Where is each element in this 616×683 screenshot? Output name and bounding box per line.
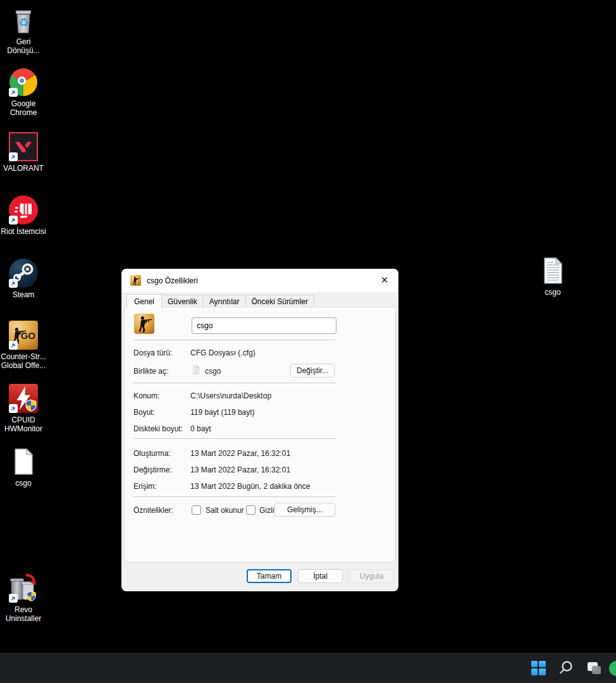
icon-label: csgo <box>0 479 47 488</box>
desktop-icon-csgo-file[interactable]: csgo <box>0 446 47 488</box>
taskbar <box>0 653 616 683</box>
app-icon-partial[interactable] <box>609 661 616 676</box>
properties-dialog: csgo Özellikleri ✕ Genel Güvenlik Ayrınt… <box>121 269 398 591</box>
dialog-button-row: Tamam İptal Uygula <box>121 562 398 591</box>
task-view-icon <box>586 660 602 676</box>
icon-label: VALORANT <box>0 164 47 173</box>
separator <box>133 383 336 383</box>
created-label: Oluşturma: <box>133 449 171 458</box>
shortcut-arrow-icon <box>9 594 18 603</box>
tab-genel[interactable]: Genel <box>126 294 162 309</box>
created-value: 13 Mart 2022 Pazar, 16:32:01 <box>190 449 290 458</box>
separator <box>133 496 336 497</box>
shortcut-arrow-icon <box>9 88 18 97</box>
shortcut-arrow-icon <box>9 279 18 288</box>
document-icon <box>538 255 568 286</box>
advanced-button[interactable]: Gelişmiş... <box>274 503 335 517</box>
separator <box>133 438 336 439</box>
file-type-value: CFG Dosyası (.cfg) <box>190 348 256 357</box>
search-icon <box>558 660 574 676</box>
general-tab-page: Dosya türü: CFG Dosyası (.cfg) Birlikte … <box>124 307 396 562</box>
readonly-checkbox[interactable] <box>192 505 201 515</box>
desktop-icon-revo-uninstaller[interactable]: Revo Uninstaller <box>0 573 47 623</box>
open-with-label: Birlikte aç: <box>133 367 168 376</box>
desktop-icon-google-chrome[interactable]: Google Chrome <box>0 67 47 117</box>
windows-start-icon <box>531 661 546 675</box>
desktop-icon-riot-client[interactable]: Riot İstemcisi <box>0 195 47 236</box>
open-with-value: csgo <box>205 367 221 376</box>
size-on-disk-value: 0 bayt <box>190 424 211 433</box>
icon-label: CPUID HWMonitor <box>0 415 47 433</box>
desktop-icon-recycle-bin[interactable]: ♻ Geri Dönüşü... <box>0 5 47 55</box>
shortcut-arrow-icon <box>9 152 18 161</box>
desktop: { "desktop": { "icons": [ { "id": "recyc… <box>0 0 616 683</box>
cancel-button[interactable]: İptal <box>298 569 343 583</box>
dialog-title: csgo Özellikleri <box>147 276 198 285</box>
readonly-checkbox-label[interactable]: Salt okunur <box>206 506 244 515</box>
document-icon-small <box>191 365 201 375</box>
size-on-disk-label: Diskteki boyut: <box>133 424 183 433</box>
icon-label: Counter-Str... Global Offe... <box>0 352 47 370</box>
accessed-label: Erişim: <box>133 482 157 491</box>
file-type-label: Dosya türü: <box>133 348 172 357</box>
location-value: C:\Users\nurda\Desktop <box>190 391 271 400</box>
change-button[interactable]: Değiştir... <box>290 364 335 378</box>
icon-label: Google Chrome <box>0 99 47 117</box>
uac-shield-icon <box>26 591 37 601</box>
filename-input[interactable] <box>192 317 336 334</box>
modified-label: Değiştirme: <box>133 465 172 474</box>
start-button[interactable] <box>529 658 548 677</box>
separator <box>133 340 336 340</box>
dialog-titlebar[interactable]: csgo Özellikleri ✕ <box>121 269 398 292</box>
shortcut-arrow-icon <box>9 341 18 350</box>
ok-button[interactable]: Tamam <box>247 569 292 583</box>
icon-label: Revo Uninstaller <box>0 605 47 623</box>
accessed-value: 13 Mart 2022 Bugün, 2 dakika önce <box>190 482 310 491</box>
close-icon[interactable]: ✕ <box>376 273 393 288</box>
svg-text:♻: ♻ <box>18 16 28 29</box>
modified-value: 13 Mart 2022 Pazar, 16:32:01 <box>190 465 290 474</box>
desktop-icon-cpuid-hwmonitor[interactable]: CPUID HWMonitor <box>0 383 47 433</box>
csgo-file-type-icon <box>130 275 141 286</box>
search-button[interactable] <box>557 658 576 677</box>
icon-label: Steam <box>0 290 47 299</box>
shortcut-arrow-icon <box>9 216 18 225</box>
desktop-icon-steam[interactable]: Steam <box>0 258 47 299</box>
desktop-icon-valorant[interactable]: VALORANT <box>0 132 47 173</box>
shortcut-arrow-icon <box>9 404 18 413</box>
task-view-button[interactable] <box>584 658 603 677</box>
attributes-label: Öznitelikler: <box>133 506 173 515</box>
icon-label: csgo <box>529 288 577 297</box>
size-value: 119 bayt (119 bayt) <box>190 408 255 417</box>
icon-label: Geri Dönüşü... <box>0 37 47 55</box>
apply-button[interactable]: Uygula <box>349 569 394 583</box>
recycle-bin-icon: ♻ <box>8 5 39 35</box>
desktop-icon-csgo-file-right[interactable]: csgo <box>529 255 577 297</box>
hidden-checkbox-label[interactable]: Gizli <box>259 506 274 515</box>
desktop-icon-csgo-game[interactable]: GO Counter-Str... Global Offe... <box>0 320 47 370</box>
icon-label: Riot İstemcisi <box>0 227 47 236</box>
document-icon <box>8 446 39 477</box>
size-label: Boyut: <box>133 408 155 417</box>
location-label: Konum: <box>133 391 159 400</box>
hidden-checkbox[interactable] <box>246 505 256 515</box>
csgo-file-type-icon-large <box>134 314 154 334</box>
